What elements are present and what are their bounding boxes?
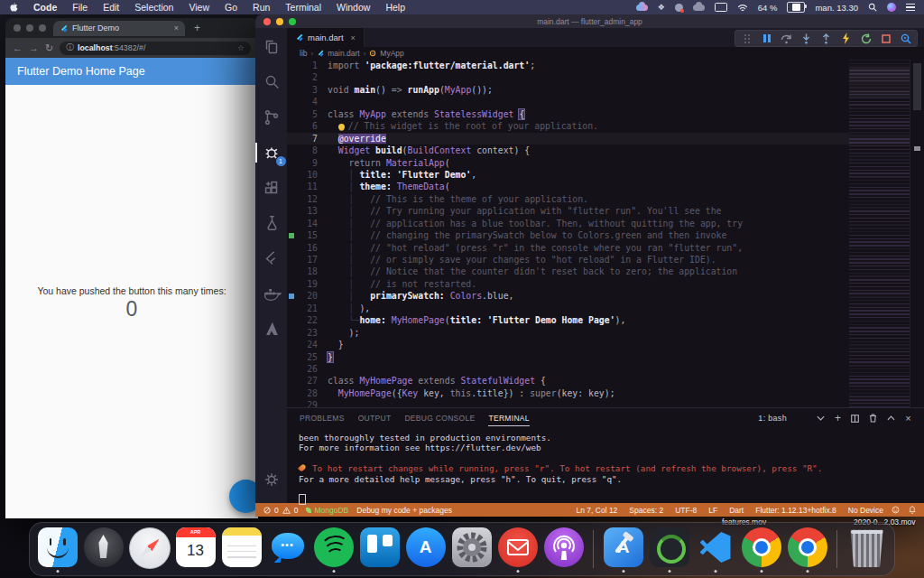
gutter-margin[interactable] — [287, 254, 296, 266]
dock-trash[interactable] — [845, 526, 888, 573]
editor-tab-main-dart[interactable]: main.dart × — [287, 28, 365, 47]
panel-tab-problems[interactable]: PROBLEMS — [300, 411, 345, 426]
address-bar[interactable]: ⓘ localhost:54382/#/ ☆ — [60, 42, 251, 55]
gutter-margin[interactable] — [287, 339, 296, 350]
gutter-margin[interactable] — [287, 120, 296, 132]
status-ln-7-col-12[interactable]: Ln 7, Col 12 — [577, 506, 618, 515]
drag-handle-icon[interactable] — [741, 33, 753, 44]
spotlight-search-icon[interactable] — [868, 3, 877, 12]
gutter-margin[interactable] — [287, 169, 296, 181]
breadcrumb-symbol[interactable]: MyApp — [380, 49, 403, 58]
code-line-14[interactable]: 14 │ // application has a blue toolbar. … — [287, 218, 924, 229]
chevron-down-icon[interactable] — [817, 415, 825, 421]
menu-view[interactable]: View — [189, 2, 209, 13]
tab-close-icon[interactable]: × — [174, 23, 179, 33]
code-editor[interactable]: 1import 'package:flutter/material.dart';… — [287, 60, 924, 407]
dock-chrome[interactable] — [786, 526, 828, 573]
browser-window-controls[interactable] — [14, 24, 46, 32]
breadcrumbs[interactable]: lib › main.dart › MyApp — [287, 47, 924, 60]
back-icon[interactable]: ← — [13, 42, 23, 53]
code-line-27[interactable]: 27class MyHomePage extends StatefulWidge… — [287, 375, 924, 387]
stop-icon[interactable] — [880, 33, 892, 44]
dock-messages[interactable]: ••• — [266, 526, 309, 573]
vscode-window-controls[interactable] — [263, 18, 296, 25]
wifi-icon[interactable] — [737, 4, 748, 12]
widget-inspector-icon[interactable] — [900, 33, 911, 44]
notification-center-icon[interactable] — [906, 4, 915, 11]
dock-finder[interactable] — [36, 526, 79, 573]
notifications-bell-icon[interactable] — [909, 506, 916, 514]
dock-trello[interactable] — [358, 526, 401, 573]
gutter-margin[interactable] — [287, 218, 296, 229]
docker-icon[interactable] — [261, 283, 282, 304]
step-out-icon[interactable] — [820, 33, 832, 44]
zoom-window-button[interactable] — [289, 18, 296, 25]
gutter-margin[interactable] — [287, 229, 296, 241]
panel-tab-debug-console[interactable]: DEBUG CONSOLE — [404, 411, 475, 426]
panel-tab-terminal[interactable]: TERMINAL — [488, 411, 529, 426]
gutter-margin[interactable] — [287, 242, 296, 254]
menu-file[interactable]: File — [72, 2, 88, 13]
gutter-margin[interactable] — [287, 290, 296, 302]
menu-window[interactable]: Window — [337, 2, 370, 13]
dock-green-ring-app[interactable] — [648, 526, 690, 573]
code-line-8[interactable]: 8 Widget build(BuildContext context) { — [287, 144, 924, 156]
gutter-margin[interactable] — [287, 266, 296, 277]
gutter-margin[interactable] — [287, 96, 296, 107]
feedback-smiley-icon[interactable] — [892, 506, 900, 514]
code-line-11[interactable]: 11 │ theme: ThemeData( — [287, 181, 924, 192]
vscode-titlebar[interactable]: main.dart — flutter_admin_app — [255, 14, 924, 28]
code-line-17[interactable]: 17 │ // or simply save your changes to "… — [287, 254, 924, 266]
tab-close-icon[interactable]: × — [351, 33, 356, 42]
restart-icon[interactable] — [860, 33, 872, 44]
dock-visual-studio-code[interactable] — [694, 526, 736, 573]
code-line-16[interactable]: 16 │ // "hot reload" (press "r" in the c… — [287, 242, 924, 254]
gutter-margin[interactable] — [287, 108, 296, 120]
bookmark-star-icon[interactable]: ☆ — [237, 43, 245, 52]
status-utf-8[interactable]: UTF-8 — [675, 506, 697, 515]
new-terminal-icon[interactable]: + — [835, 415, 841, 422]
source-control-icon[interactable] — [261, 107, 282, 128]
maximize-panel-icon[interactable] — [887, 415, 895, 421]
minimap[interactable] — [849, 60, 910, 407]
code-line-29[interactable]: 29 — [287, 399, 924, 407]
dock-launchpad[interactable] — [82, 526, 125, 573]
gutter-margin[interactable] — [287, 351, 296, 363]
dock-podcasts[interactable] — [542, 526, 585, 573]
gutter-margin[interactable] — [287, 157, 296, 169]
dock-app-store[interactable]: A — [404, 526, 447, 573]
code-line-13[interactable]: 13 │ // Try running your application wit… — [287, 205, 924, 217]
gutter-margin[interactable] — [287, 278, 296, 290]
problems-status[interactable]: 0 0 — [263, 506, 298, 515]
code-line-9[interactable]: 9 return MaterialApp( — [287, 157, 924, 169]
gutter-margin[interactable] — [287, 327, 296, 339]
gutter-margin[interactable] — [287, 181, 296, 192]
gutter-margin[interactable] — [287, 193, 296, 205]
status-flutter[interactable]: Flutter: 1.12.13+hotfix.8 — [755, 506, 836, 515]
apple-menu-icon[interactable] — [9, 2, 18, 13]
panel-tab-output[interactable]: OUTPUT — [358, 411, 392, 426]
breadcrumb-file[interactable]: main.dart — [328, 49, 359, 58]
code-line-22[interactable]: 22 └─home: MyHomePage(title: 'Flutter De… — [287, 314, 924, 326]
gutter-margin[interactable] — [287, 363, 296, 375]
gutter-margin[interactable] — [287, 133, 296, 144]
dock-safari[interactable] — [128, 526, 171, 573]
dropbox-icon[interactable]: ❖ — [658, 3, 665, 12]
gutter-margin[interactable] — [287, 375, 296, 387]
explorer-icon[interactable] — [261, 36, 282, 58]
gutter-margin[interactable] — [287, 399, 296, 407]
code-line-23[interactable]: 23 ); — [287, 327, 924, 339]
extensions-icon[interactable] — [261, 177, 282, 199]
menu-help[interactable]: Help — [385, 2, 405, 13]
breadcrumb-lib[interactable]: lib — [300, 49, 308, 58]
code-line-12[interactable]: 12 │ // This is the theme of your applic… — [287, 193, 924, 205]
code-line-1[interactable]: 1import 'package:flutter/material.dart'; — [287, 60, 924, 71]
notification-badge-icon[interactable] — [675, 4, 683, 12]
step-over-icon[interactable] — [781, 33, 792, 44]
menu-edit[interactable]: Edit — [103, 2, 119, 13]
menu-terminal[interactable]: Terminal — [285, 2, 321, 13]
code-line-7[interactable]: 7 @override — [287, 133, 924, 144]
status-spaces[interactable]: Spaces: 2 — [629, 506, 663, 515]
reload-icon[interactable]: ↻ — [45, 42, 53, 54]
dock-system-preferences[interactable] — [450, 526, 493, 573]
